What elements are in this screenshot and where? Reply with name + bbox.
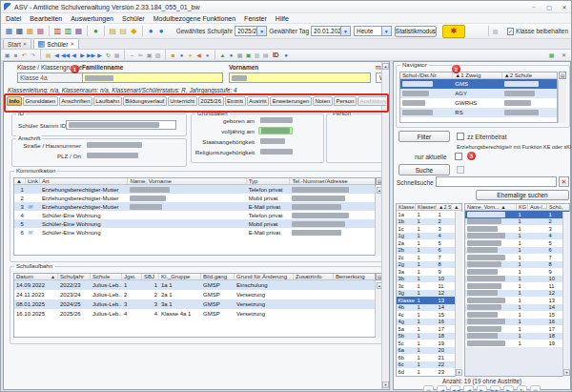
- klassen-row[interactable]: 3c 1 11: [397, 282, 461, 290]
- [x][interactable]: 1 2: [465, 218, 569, 226]
- save-icon[interactable]: ■: [11, 51, 20, 59]
- panel-scrollbar[interactable]: ▲ ▼: [381, 62, 389, 389]
- detail-tab[interactable]: Ausbildung: [358, 96, 386, 106]
- close-icon[interactable]: ✕: [70, 41, 74, 47]
- detail-tab[interactable]: 2025/26: [198, 96, 224, 106]
- columns-icon[interactable]: ▦: [547, 51, 556, 59]
- menu-item[interactable]: Modulbezogene Funktionen: [153, 15, 235, 22]
- phone-icon[interactable]: ▥: [492, 27, 500, 35]
- menu-item[interactable]: Auswertungen: [71, 15, 113, 22]
- help-icon[interactable]: ●: [282, 51, 291, 59]
- ehemalige-suchen-button[interactable]: Ehemalige suchen: [476, 190, 569, 200]
- cut-icon[interactable]: ✂: [136, 51, 145, 59]
- nav-first-icon[interactable]: ◀: [52, 51, 61, 59]
- module-blue-icon[interactable]: ▦: [4, 26, 14, 36]
- menu-item[interactable]: Fenster: [244, 15, 267, 22]
- module-navy-icon[interactable]: ▦: [14, 26, 25, 36]
- kommunikation-row[interactable]: 4 ✉ Schüler-Eine Wohnung Telefon privat: [14, 211, 375, 219]
- copy-icon[interactable]: ▣: [145, 51, 153, 59]
- detail-tab[interactable]: Grunddaten: [23, 96, 58, 106]
- [x][interactable]: 1 11: [465, 282, 569, 290]
- klassen-row[interactable]: 5b 1 18: [397, 333, 461, 340]
- table-icon[interactable]: ▦: [112, 51, 121, 59]
- globe-icon[interactable]: ●: [91, 26, 101, 36]
- navigator-row[interactable]: AGY: [400, 89, 557, 98]
- [x][interactable]: 1 ✉ Erziehungsberechtigter-Mutter Telefo…: [14, 185, 375, 194]
- remove-icon[interactable]: −: [128, 51, 136, 59]
- tab-start[interactable]: Start ✕: [3, 38, 31, 49]
- page-icon[interactable]: ▤: [44, 51, 52, 59]
- clear-search-button[interactable]: ✕: [559, 176, 569, 187]
- edit-form-icon[interactable]: ▣: [3, 51, 11, 59]
- report-icon[interactable]: ▥: [63, 26, 73, 36]
- [x][interactable]: 1 3: [465, 225, 569, 233]
- nav-next-icon[interactable]: ▶: [78, 51, 87, 59]
- table-icon[interactable]: ▦: [530, 385, 541, 392]
- [x][interactable]: 3 ✉ Erziehungsberechtigter-Mutter E-Mail…: [14, 202, 375, 211]
- close-icon[interactable]: ✕: [23, 41, 28, 47]
- klassen-row[interactable]: 1a 1 1: [397, 211, 461, 218]
- scroll-down-icon[interactable]: ▼: [456, 369, 462, 376]
- klassen-row[interactable]: 1c 1 3: [397, 225, 461, 233]
- detail-tab[interactable]: Austritt: [247, 96, 270, 106]
- list-icon[interactable]: ▥: [253, 51, 261, 59]
- schueler-scrollbar[interactable]: ▼: [562, 212, 570, 377]
- klassen-row[interactable]: 2c 1 7: [397, 254, 461, 261]
- stamm-id-input[interactable]: [66, 120, 176, 130]
- [x][interactable]: 1 18: [465, 333, 569, 340]
- user-edit-icon[interactable]: ▣: [244, 51, 253, 59]
- klassen-row[interactable]: 4b 1 14: [397, 304, 461, 312]
- user-icon[interactable]: ●: [227, 51, 235, 59]
- [x][interactable]: 1 12: [465, 290, 569, 298]
- klassen-row[interactable]: 3b 1 10: [397, 276, 461, 283]
- refresh-icon[interactable]: ↻: [517, 385, 527, 392]
- schnellsuche-input[interactable]: [436, 176, 557, 187]
- module-rose-icon[interactable]: ▦: [35, 26, 46, 36]
- suche-checkbox[interactable]: [457, 166, 464, 174]
- [x][interactable]: 1 19: [465, 340, 569, 347]
- alert-button[interactable]: ✱: [442, 25, 465, 38]
- announce-icon[interactable]: ◀: [194, 51, 203, 59]
- [x][interactable]: 1 4: [465, 233, 569, 240]
- statistikmodus-button[interactable]: Statistikmodus: [395, 26, 437, 37]
- [x][interactable]: 1 9: [465, 268, 569, 276]
- schuljahr-select[interactable]: 2025/26 ▼: [235, 26, 267, 36]
- scroll-down-icon[interactable]: ▼: [382, 382, 389, 388]
- detail-tab[interactable]: Person: [334, 96, 357, 106]
- klassen-row[interactable]: 6b 1 21: [397, 354, 461, 361]
- klassen-row[interactable]: 6d 1 23: [397, 368, 461, 376]
- lock-icon[interactable]: ■: [169, 51, 177, 59]
- card-icon[interactable]: ▤: [261, 51, 270, 59]
- [x][interactable]: 1 10: [465, 276, 569, 283]
- detail-tab[interactable]: Eintritt: [225, 96, 246, 106]
- nav-last-icon[interactable]: ▶: [95, 51, 104, 59]
- navigator-row[interactable]: GMS: [400, 79, 557, 89]
- klassen-row[interactable]: 2a 1 5: [397, 239, 461, 247]
- chart-icon[interactable]: ▦: [73, 26, 84, 36]
- nav-fastback-icon[interactable]: ◀◀: [61, 51, 70, 59]
- paste-icon[interactable]: ▨: [153, 51, 162, 59]
- [x][interactable]: 1 16: [465, 319, 569, 326]
- schullaufbahn-row[interactable]: 14.09.2022 2022/23 Julius-Leb... 1 1 1a …: [14, 280, 375, 290]
- grid-icon[interactable]: ▦: [423, 385, 434, 392]
- nav-fastfwd-icon[interactable]: ▶▶: [490, 385, 500, 392]
- close-panel-icon[interactable]: ✕: [560, 51, 568, 59]
- detail-tab[interactable]: Erweiterungen: [270, 96, 312, 106]
- navigator-scrollbar[interactable]: [558, 80, 566, 123]
- chevron-down-icon[interactable]: ▼: [340, 27, 350, 35]
- navigator-row[interactable]: GWRHS: [400, 98, 557, 108]
- klassen-row[interactable]: 3g 1 12: [397, 290, 461, 298]
- kommunikation-row[interactable]: 6 ✉ Schüler-Eine Wohnung E-Mail privat: [14, 228, 375, 237]
- menu-item[interactable]: Bearbeiten: [30, 15, 62, 22]
- nav-fastback-icon[interactable]: ◀◀: [450, 385, 460, 392]
- history-icon[interactable]: ●: [203, 51, 212, 59]
- klassen-row[interactable]: 5c 1 19: [397, 340, 461, 347]
- flash-icon[interactable]: ◆: [129, 26, 139, 36]
- navigator-row[interactable]: RS: [400, 108, 557, 117]
- familienname-input[interactable]: [82, 72, 223, 83]
- nav-first-icon[interactable]: ◀: [437, 385, 447, 392]
- info-icon[interactable]: ●: [146, 26, 156, 36]
- close-button[interactable]: ✕: [559, 3, 570, 11]
- [x][interactable]: 1 8: [465, 261, 569, 269]
- books-icon[interactable]: ▥: [52, 26, 63, 36]
